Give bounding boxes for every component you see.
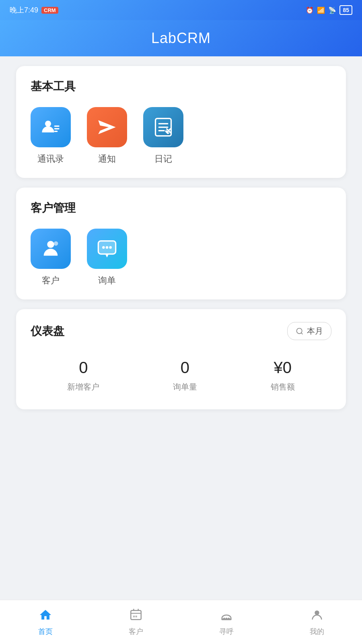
stat-inquiry-count: 0 询单量 <box>173 359 197 392</box>
stats-row: 0 新增客户 0 询单量 ¥0 销售额 <box>31 355 331 396</box>
new-customers-value: 0 <box>79 359 88 377</box>
nav-mine-label: 我的 <box>310 627 324 636</box>
contacts-item[interactable]: 通讯录 <box>31 107 71 165</box>
diary-icon-box <box>143 107 183 147</box>
stat-sales-amount: ¥0 销售额 <box>271 359 295 392</box>
diary-icon <box>153 117 174 138</box>
customer-management-card: 客户管理 客户 <box>16 188 346 299</box>
inquiry-count-value: 0 <box>181 359 189 377</box>
crm-badge: CRM <box>41 7 58 14</box>
svg-point-12 <box>297 328 302 333</box>
customer-icon <box>40 238 61 259</box>
svg-point-6 <box>54 242 58 246</box>
svg-rect-13 <box>131 610 141 619</box>
customer-management-title: 客户管理 <box>31 200 331 216</box>
svg-point-18 <box>225 617 227 619</box>
contacts-icon <box>40 117 61 138</box>
seek-icon <box>220 608 233 623</box>
svg-point-10 <box>106 246 109 249</box>
diary-label: 日记 <box>154 153 172 165</box>
contacts-label: 通讯录 <box>37 153 64 165</box>
dashboard-header: 仪表盘 本月 <box>31 322 331 340</box>
customer-nav-icon <box>129 608 143 623</box>
time-display: 晚上7:49 <box>10 5 38 15</box>
bottom-nav: 首页 客户 寻呼 <box>0 600 362 644</box>
svg-rect-3 <box>54 131 58 132</box>
app-title: LabCRM <box>151 30 211 47</box>
svg-rect-14 <box>133 615 134 617</box>
svg-point-17 <box>223 617 225 619</box>
dashboard-card: 仪表盘 本月 0 新增客户 0 询单量 ¥0 销售额 <box>16 309 346 409</box>
inquiry-item[interactable]: 询单 <box>87 229 127 287</box>
wifi-icon: 📡 <box>328 6 336 14</box>
filter-label: 本月 <box>307 326 323 336</box>
svg-point-0 <box>45 121 51 127</box>
svg-rect-2 <box>54 128 60 129</box>
svg-rect-1 <box>54 126 60 127</box>
svg-point-20 <box>315 610 319 615</box>
notification-label: 通知 <box>98 153 116 165</box>
nav-customer-label: 客户 <box>129 627 143 636</box>
nav-seek-label: 寻呼 <box>219 627 234 636</box>
stat-new-customers: 0 新增客户 <box>67 359 99 392</box>
status-right: ⏰ 📶 📡 85 <box>306 5 352 15</box>
nav-home[interactable]: 首页 <box>0 608 90 636</box>
notification-icon <box>97 117 117 138</box>
search-icon <box>296 327 304 335</box>
new-customers-label: 新增客户 <box>67 382 99 392</box>
home-icon <box>39 608 52 623</box>
inquiry-icon <box>97 238 117 259</box>
customer-item[interactable]: 客户 <box>31 229 71 287</box>
nav-seek[interactable]: 寻呼 <box>181 608 272 636</box>
signal-icon: 📶 <box>317 6 325 14</box>
sales-amount-value: ¥0 <box>274 359 292 377</box>
battery-display: 85 <box>339 5 352 15</box>
svg-point-19 <box>228 617 229 619</box>
svg-rect-15 <box>135 615 137 617</box>
svg-point-11 <box>109 246 112 249</box>
main-content: 基本工具 通讯录 <box>0 56 362 419</box>
status-bar: 晚上7:49 CRM ⏰ 📶 📡 85 <box>0 0 362 20</box>
customer-label: 客户 <box>42 275 60 287</box>
nav-mine[interactable]: 我的 <box>272 608 362 636</box>
diary-item[interactable]: 日记 <box>143 107 183 165</box>
customer-management-grid: 客户 询单 <box>31 229 331 287</box>
contacts-icon-box <box>31 107 71 147</box>
status-left: 晚上7:49 CRM <box>10 5 58 15</box>
nav-customer[interactable]: 客户 <box>90 608 181 636</box>
filter-button[interactable]: 本月 <box>287 322 331 340</box>
basic-tools-grid: 通讯录 通知 <box>31 107 331 165</box>
basic-tools-card: 基本工具 通讯录 <box>16 66 346 178</box>
inquiry-count-label: 询单量 <box>173 382 197 392</box>
inquiry-icon-box <box>87 229 127 269</box>
notification-icon-box <box>87 107 127 147</box>
app-header: LabCRM <box>0 20 362 56</box>
svg-point-9 <box>102 246 105 249</box>
mine-icon <box>310 608 324 623</box>
nav-home-label: 首页 <box>38 627 53 636</box>
dashboard-title: 仪表盘 <box>31 324 64 339</box>
svg-point-5 <box>47 241 54 248</box>
inquiry-label: 询单 <box>98 275 116 287</box>
sales-amount-label: 销售额 <box>271 382 295 392</box>
notification-item[interactable]: 通知 <box>87 107 127 165</box>
basic-tools-title: 基本工具 <box>31 79 331 94</box>
alarm-icon: ⏰ <box>306 6 314 14</box>
customer-icon-box <box>31 229 71 269</box>
